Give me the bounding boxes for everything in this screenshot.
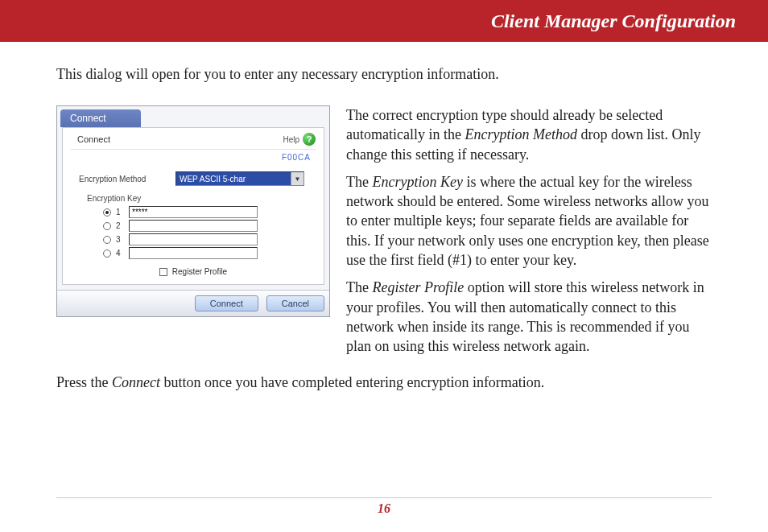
em-encryption-key: Encryption Key — [372, 174, 462, 190]
key-row: 3 — [103, 233, 316, 245]
key-radio[interactable] — [103, 222, 111, 230]
network-id: F00CA — [71, 150, 316, 168]
help-label[interactable]: Help — [283, 135, 299, 144]
closing-text: Press the Connect button once you have c… — [56, 373, 712, 392]
key-radio[interactable] — [103, 250, 111, 258]
body-text-span: The — [346, 174, 372, 190]
cancel-button[interactable]: Cancel — [266, 295, 324, 311]
key-input-3[interactable] — [129, 233, 258, 245]
em-connect: Connect — [112, 374, 160, 390]
body-text-span: The — [346, 279, 372, 295]
dialog-tab[interactable]: Connect — [71, 133, 117, 146]
connect-button[interactable]: Connect — [195, 295, 258, 311]
key-number: 3 — [116, 235, 124, 244]
help-icon[interactable]: ? — [303, 133, 316, 146]
key-number: 2 — [116, 221, 124, 230]
key-number: 4 — [116, 249, 124, 258]
page-number: 16 — [56, 501, 712, 516]
encryption-method-value: WEP ASCII 5-char — [176, 172, 291, 185]
key-number: 1 — [116, 208, 124, 217]
key-input-2[interactable] — [129, 220, 258, 232]
encryption-method-label: Encryption Method — [79, 175, 167, 184]
closing-text-span: button once you have completed entering … — [160, 374, 544, 390]
key-row: 4 — [103, 247, 316, 259]
closing-text-span: Press the — [56, 374, 112, 390]
dialog-title: Connect — [60, 109, 141, 127]
register-profile-label: Register Profile — [172, 267, 227, 276]
key-input-4[interactable] — [129, 247, 258, 259]
key-radio[interactable] — [103, 208, 111, 217]
header-band: Client Manager Configuration — [0, 0, 768, 42]
em-register-profile: Register Profile — [372, 279, 464, 295]
body-text: The correct encryption type should alrea… — [346, 105, 712, 365]
dialog-screenshot: Connect Connect Help ? F00CA Encryption … — [56, 105, 330, 365]
key-input-1[interactable] — [129, 206, 258, 218]
footer: 16 — [56, 497, 712, 516]
intro-text: This dialog will open for you to enter a… — [56, 66, 712, 83]
encryption-method-select[interactable]: WEP ASCII 5-char ▼ — [175, 171, 304, 186]
key-row: 2 — [103, 220, 316, 232]
footer-rule — [56, 497, 712, 498]
key-radio[interactable] — [103, 236, 111, 244]
encryption-key-label: Encryption Key — [87, 194, 316, 203]
chevron-down-icon[interactable]: ▼ — [291, 172, 303, 185]
em-encryption-method: Encryption Method — [465, 126, 576, 142]
page-title: Client Manager Configuration — [491, 10, 736, 32]
key-row: 1 — [103, 206, 316, 218]
register-profile-checkbox[interactable] — [159, 268, 167, 276]
